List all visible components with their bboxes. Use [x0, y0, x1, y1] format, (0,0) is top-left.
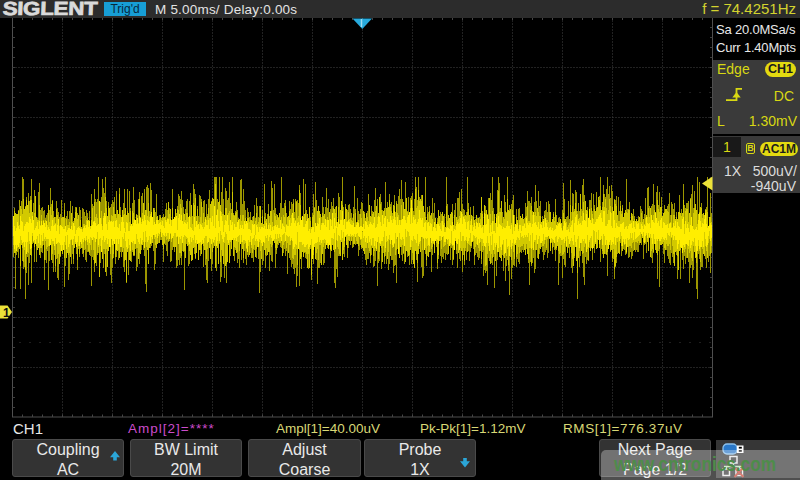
svg-text:1: 1 [3, 306, 10, 320]
